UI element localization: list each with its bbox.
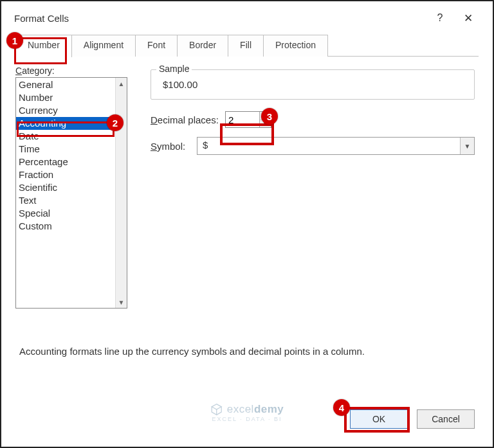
tab-label: Fill <box>240 40 252 50</box>
ok-button[interactable]: OK <box>350 409 408 429</box>
settings-panel: Sample $100.00 Decimal places: ▲ ▼ <box>151 66 479 309</box>
category-panel: Category: General Number Currency Accoun… <box>15 66 138 309</box>
list-item-text[interactable]: Text <box>16 194 115 207</box>
list-item-date[interactable]: Date <box>16 130 115 143</box>
tab-protection[interactable]: Protection <box>263 35 328 57</box>
annotation-callout-3: 3 <box>261 108 278 125</box>
scroll-up-icon[interactable]: ▲ <box>116 78 127 89</box>
list-item-currency[interactable]: Currency <box>16 104 115 117</box>
decimal-places-input[interactable] <box>226 112 259 127</box>
help-button[interactable]: ? <box>426 5 454 31</box>
tab-body: Category: General Number Currency Accoun… <box>15 57 479 309</box>
close-button[interactable]: ✕ <box>454 5 482 31</box>
list-item-number[interactable]: Number <box>16 91 115 104</box>
list-item-general[interactable]: General <box>16 78 115 91</box>
watermark-brand: exceldemy <box>210 403 284 416</box>
chevron-down-icon[interactable]: ▼ <box>460 138 474 154</box>
symbol-select[interactable]: $ ▼ <box>197 137 475 155</box>
annotation-callout-2: 2 <box>107 114 124 131</box>
list-item-scientific[interactable]: Scientific <box>16 181 115 194</box>
tab-number[interactable]: Number <box>15 35 72 57</box>
tab-label: Alignment <box>84 40 124 50</box>
symbol-label: Symbol: <box>151 141 190 152</box>
listbox-scrollbar[interactable]: ▲ ▼ <box>115 78 127 308</box>
sample-group: Sample $100.00 <box>151 69 475 100</box>
tab-alignment[interactable]: Alignment <box>71 35 136 57</box>
scroll-down-icon[interactable]: ▼ <box>116 296 127 308</box>
symbol-row: Symbol: $ ▼ <box>151 137 475 155</box>
tab-label: Protection <box>275 40 316 50</box>
cancel-button-label: Cancel <box>432 414 460 424</box>
tab-label: Border <box>189 40 216 50</box>
list-item-time[interactable]: Time <box>16 143 115 156</box>
decimal-places-row: Decimal places: ▲ ▼ <box>151 111 475 128</box>
watermark: exceldemy EXCEL · DATA · BI <box>210 403 284 422</box>
list-item-custom[interactable]: Custom <box>16 220 115 233</box>
tab-font[interactable]: Font <box>135 35 178 57</box>
screenshot-frame: Format Cells ? ✕ Number Alignment Font B… <box>0 0 494 448</box>
list-item-accounting[interactable]: Accounting <box>16 117 115 130</box>
sample-value: $100.00 <box>159 76 466 91</box>
symbol-selected-value: $ <box>197 138 460 154</box>
category-label: Category: <box>15 66 138 76</box>
category-listbox[interactable]: General Number Currency Accounting Date … <box>15 77 127 309</box>
ok-button-label: OK <box>372 414 385 424</box>
dialog-title: Format Cells <box>14 13 426 24</box>
dialog-button-bar: OK Cancel <box>350 409 475 429</box>
list-item-percentage[interactable]: Percentage <box>16 156 115 168</box>
tab-label: Number <box>28 40 60 50</box>
category-list-inner: General Number Currency Accounting Date … <box>16 78 115 308</box>
tab-label: Font <box>147 40 165 50</box>
dialog-content: Number Alignment Font Border Fill Protec… <box>5 31 489 309</box>
tab-fill[interactable]: Fill <box>228 35 264 57</box>
annotation-callout-1: 1 <box>6 32 23 49</box>
format-cells-dialog: Format Cells ? ✕ Number Alignment Font B… <box>5 5 489 443</box>
format-description: Accounting formats line up the currency … <box>19 346 475 357</box>
titlebar: Format Cells ? ✕ <box>5 5 489 31</box>
annotation-callout-4: 4 <box>333 399 350 416</box>
list-item-special[interactable]: Special <box>16 207 115 220</box>
brand-cube-icon <box>210 403 223 416</box>
watermark-sub: EXCEL · DATA · BI <box>212 416 282 422</box>
sample-legend: Sample <box>156 64 192 74</box>
list-item-fraction[interactable]: Fraction <box>16 168 115 181</box>
cancel-button[interactable]: Cancel <box>417 409 475 429</box>
decimal-places-label: Decimal places: <box>151 114 219 125</box>
tab-strip: Number Alignment Font Border Fill Protec… <box>15 35 479 57</box>
tab-border[interactable]: Border <box>177 35 228 57</box>
